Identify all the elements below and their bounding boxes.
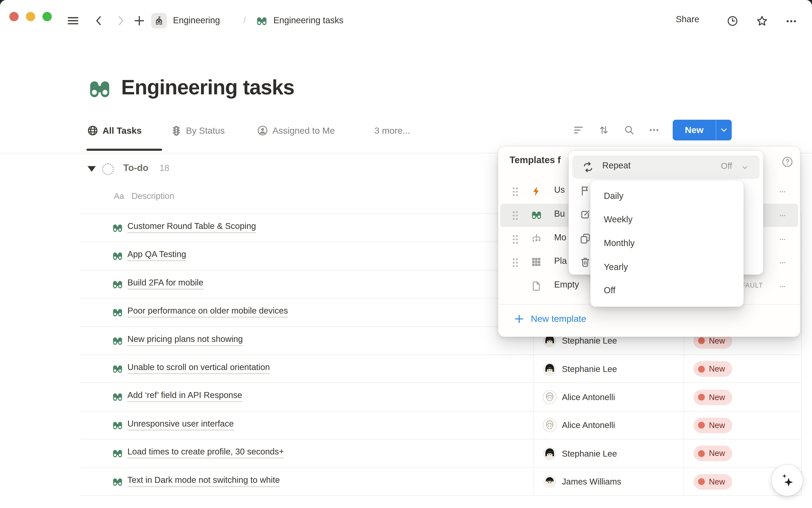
task-title-link[interactable]: Poor performance on older mobile devices bbox=[127, 306, 288, 318]
assignee-cell[interactable]: James Williams bbox=[533, 468, 683, 496]
template-more-icon[interactable] bbox=[777, 283, 788, 290]
new-template-button[interactable]: New template bbox=[514, 313, 586, 324]
task-title-link[interactable]: Unable to scroll on vertical orientation bbox=[127, 362, 270, 374]
task-title-link[interactable]: New pricing plans not showing bbox=[127, 334, 243, 346]
task-binoculars-icon bbox=[112, 420, 123, 431]
filter-icon[interactable] bbox=[573, 124, 584, 136]
new-button-dropdown[interactable] bbox=[716, 125, 732, 135]
repeat-option-daily[interactable]: Daily bbox=[590, 184, 744, 208]
template-more-icon[interactable] bbox=[777, 259, 788, 266]
group-collapse-icon[interactable] bbox=[87, 165, 96, 172]
status-label: New bbox=[709, 392, 725, 402]
help-icon[interactable] bbox=[781, 156, 794, 168]
repeat-submenu: DailyWeeklyMonthlyYearlyOff bbox=[590, 180, 744, 307]
back-icon[interactable] bbox=[93, 14, 105, 27]
assignee-name: Alice Antonelli bbox=[562, 420, 615, 430]
forward-icon[interactable] bbox=[115, 14, 127, 27]
table-row[interactable]: Unresponsive user interface bbox=[80, 411, 801, 440]
tab-assigned-to-me[interactable]: Assigned to Me bbox=[257, 124, 335, 137]
assignee-cell[interactable]: Stephanie Lee bbox=[533, 439, 683, 468]
breadcrumb-workspace[interactable]: Engineering bbox=[173, 14, 220, 27]
group-name[interactable]: To-do bbox=[123, 163, 148, 173]
ai-assistant-button[interactable] bbox=[772, 465, 803, 496]
tab-more-views[interactable]: 3 more... bbox=[374, 124, 410, 137]
status-dot bbox=[698, 450, 705, 457]
search-icon[interactable] bbox=[624, 124, 635, 136]
status-dot bbox=[698, 478, 705, 485]
new-button[interactable]: New bbox=[673, 120, 732, 140]
assignee-cell[interactable]: Alice Antonelli bbox=[533, 411, 683, 439]
repeat-option-off[interactable]: Off bbox=[590, 279, 744, 303]
tab-by-status[interactable]: By Status bbox=[171, 124, 225, 137]
new-page-icon[interactable] bbox=[133, 14, 145, 27]
repeat-option-yearly[interactable]: Yearly bbox=[590, 255, 744, 279]
history-clock-icon[interactable] bbox=[727, 15, 738, 27]
avatar-alice bbox=[543, 390, 557, 404]
favorite-star-icon[interactable] bbox=[756, 14, 768, 28]
task-binoculars-icon bbox=[112, 363, 123, 375]
tab-all-tasks[interactable]: All Tasks bbox=[87, 124, 141, 137]
repeat-menu-item[interactable]: Repeat Off bbox=[572, 156, 760, 179]
repeat-value: Off bbox=[721, 161, 732, 171]
traffic-light-zoom[interactable] bbox=[43, 12, 52, 21]
grid-icon bbox=[531, 256, 542, 267]
page-title: Engineering tasks bbox=[121, 76, 295, 99]
task-binoculars-icon bbox=[112, 391, 123, 403]
status-badge: New bbox=[693, 418, 732, 433]
drag-handle-icon[interactable] bbox=[512, 257, 519, 268]
share-button[interactable]: Share bbox=[676, 14, 699, 25]
task-title-link[interactable]: Customer Round Table & Scoping bbox=[127, 221, 256, 233]
status-badge: New bbox=[693, 446, 732, 461]
title-column-header[interactable]: Description bbox=[132, 191, 174, 201]
sort-icon[interactable] bbox=[598, 124, 610, 136]
drag-handle-icon[interactable] bbox=[512, 210, 519, 220]
assignee-name: Stephanie Lee bbox=[562, 449, 617, 459]
sparkle-icon bbox=[778, 472, 796, 489]
template-more-icon[interactable] bbox=[777, 236, 788, 243]
globe-icon bbox=[87, 125, 98, 136]
sidebar-menu-icon[interactable] bbox=[67, 14, 79, 27]
trash-icon[interactable] bbox=[579, 256, 591, 268]
task-title-link[interactable]: Load times to create profile, 30 seconds… bbox=[127, 447, 284, 459]
table-row[interactable]: Text in Dark mode not switching to white bbox=[80, 467, 801, 496]
assignee-cell[interactable]: Alice Antonelli bbox=[533, 383, 683, 411]
mobile-toy-icon bbox=[531, 233, 542, 244]
task-title-link[interactable]: App QA Testing bbox=[127, 249, 186, 261]
status-cell[interactable]: New bbox=[684, 439, 801, 468]
status-badge: New bbox=[693, 361, 732, 377]
template-more-icon[interactable] bbox=[777, 212, 788, 219]
workspace-icon[interactable] bbox=[151, 13, 167, 28]
chevron-down-icon bbox=[741, 164, 749, 172]
duplicate-icon[interactable] bbox=[579, 233, 591, 244]
table-row[interactable]: Load times to create profile, 30 seconds… bbox=[80, 439, 801, 468]
task-binoculars-icon bbox=[112, 251, 123, 262]
assignee-name: Alice Antonelli bbox=[562, 392, 615, 402]
flag-icon[interactable] bbox=[579, 185, 591, 196]
avatar-stephanie bbox=[543, 362, 557, 376]
chevron-down-icon bbox=[719, 125, 729, 135]
task-title-link[interactable]: Add ‘ref’ field in API Response bbox=[127, 390, 242, 402]
assignee-name: Stephanie Lee bbox=[562, 336, 617, 346]
traffic-light-close[interactable] bbox=[9, 12, 18, 21]
status-cell[interactable]: New bbox=[684, 383, 801, 411]
title-column-type-icon: Aa bbox=[114, 192, 124, 201]
drag-handle-icon[interactable] bbox=[512, 186, 519, 197]
drag-handle-icon[interactable] bbox=[512, 234, 519, 244]
repeat-option-monthly[interactable]: Monthly bbox=[590, 232, 744, 255]
task-binoculars-icon bbox=[112, 448, 123, 459]
table-row[interactable]: Add ‘ref’ field in API Response bbox=[80, 383, 801, 411]
more-options-icon[interactable] bbox=[785, 15, 798, 28]
task-title-link[interactable]: Text in Dark mode not switching to white bbox=[127, 475, 280, 487]
edit-icon[interactable] bbox=[579, 209, 591, 220]
traffic-light-minimize[interactable] bbox=[26, 12, 35, 21]
breadcrumb-page[interactable]: Engineering tasks bbox=[273, 14, 344, 27]
template-more-icon[interactable] bbox=[777, 188, 788, 195]
task-title-link[interactable]: Build 2FA for mobile bbox=[127, 278, 203, 289]
repeat-option-weekly[interactable]: Weekly bbox=[590, 208, 744, 232]
view-options-icon[interactable] bbox=[648, 124, 661, 136]
task-title-link[interactable]: Unresponsive user interface bbox=[127, 419, 234, 430]
status-cell[interactable]: New bbox=[684, 355, 801, 383]
assignee-cell[interactable]: Stephanie Lee bbox=[533, 355, 683, 383]
status-cell[interactable]: New bbox=[684, 411, 801, 439]
table-row[interactable]: Unable to scroll on vertical orientation bbox=[80, 354, 801, 383]
